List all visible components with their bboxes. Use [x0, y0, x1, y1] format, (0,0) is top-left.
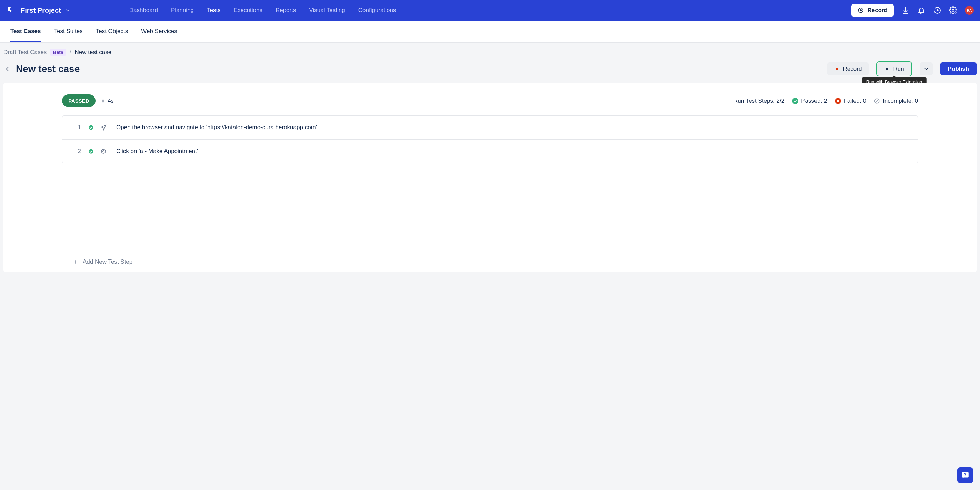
- duration-label: 4s: [108, 98, 114, 104]
- nav-visual-testing[interactable]: Visual Testing: [309, 7, 345, 14]
- plus-icon: [72, 259, 78, 265]
- svg-marker-6: [886, 67, 889, 71]
- bell-icon[interactable]: [917, 6, 926, 14]
- step-row[interactable]: 2 Click on 'a - Make Appointment': [62, 140, 918, 163]
- svg-line-10: [875, 99, 879, 103]
- svg-point-12: [89, 149, 94, 154]
- page-header: Draft Test Cases Beta / New test case Ne…: [0, 43, 980, 83]
- page-title: New test case: [16, 63, 80, 75]
- step-row[interactable]: 1 Open the browser and navigate to 'http…: [62, 116, 918, 140]
- stat-failed: Failed: 0: [835, 98, 866, 105]
- gear-icon[interactable]: [949, 6, 957, 14]
- step-number: 2: [73, 148, 81, 155]
- top-nav-links: Dashboard Planning Tests Executions Repo…: [129, 7, 396, 14]
- user-avatar[interactable]: RA: [965, 6, 974, 15]
- nav-executions[interactable]: Executions: [234, 7, 262, 14]
- stat-run-steps: Run Test Steps: 2/2: [733, 98, 784, 105]
- step-status-icon: [88, 124, 94, 131]
- breadcrumb-current: New test case: [75, 49, 111, 56]
- add-step-label: Add New Test Step: [83, 258, 132, 265]
- stat-failed-label: Failed: 0: [844, 98, 866, 105]
- x-circle-icon: [835, 98, 841, 104]
- tab-test-objects[interactable]: Test Objects: [96, 21, 128, 42]
- history-icon[interactable]: [933, 6, 941, 14]
- nav-tests[interactable]: Tests: [207, 7, 221, 14]
- app-logo-icon: [6, 6, 16, 15]
- svg-point-1: [860, 9, 862, 11]
- breadcrumb-draft[interactable]: Draft Test Cases: [3, 49, 46, 56]
- check-circle-icon: [792, 98, 798, 104]
- main-card: PASSED 4s Run Test Steps: 2/2 Passed: 2 …: [3, 83, 977, 272]
- duration: 4s: [100, 98, 114, 104]
- topnav-record-label: Record: [867, 7, 888, 14]
- stat-passed-label: Passed: 2: [801, 98, 827, 105]
- svg-point-5: [835, 68, 838, 70]
- add-step-button[interactable]: Add New Test Step: [72, 258, 132, 265]
- breadcrumb: Draft Test Cases Beta / New test case: [3, 49, 977, 56]
- step-status-icon: [88, 148, 94, 154]
- publish-button[interactable]: Publish: [940, 62, 977, 76]
- stat-passed: Passed: 2: [792, 98, 827, 105]
- action-record-button[interactable]: Record: [827, 62, 869, 76]
- svg-point-11: [89, 125, 94, 130]
- stat-incomplete: Incomplete: 0: [874, 98, 918, 105]
- project-chevron-icon[interactable]: [64, 7, 71, 13]
- back-arrow-icon[interactable]: [3, 65, 11, 73]
- action-run-label: Run: [893, 65, 904, 72]
- nav-configurations[interactable]: Configurations: [358, 7, 396, 14]
- top-nav: First Project Dashboard Planning Tests E…: [0, 0, 980, 21]
- click-target-icon: [100, 148, 107, 154]
- project-name[interactable]: First Project: [21, 6, 61, 14]
- tab-test-cases[interactable]: Test Cases: [10, 21, 41, 42]
- nav-reports[interactable]: Reports: [275, 7, 296, 14]
- ban-icon: [874, 98, 880, 104]
- hourglass-icon: [100, 98, 106, 104]
- run-dropdown-button[interactable]: [920, 62, 933, 76]
- breadcrumb-sep: /: [70, 49, 72, 56]
- svg-point-14: [103, 151, 105, 152]
- svg-point-13: [101, 149, 105, 153]
- action-record-label: Record: [843, 65, 862, 72]
- step-text[interactable]: Click on 'a - Make Appointment': [116, 148, 907, 155]
- topnav-record-button[interactable]: Record: [851, 4, 894, 17]
- stat-incomplete-label: Incomplete: 0: [883, 98, 918, 105]
- run-button-highlight: Run: [876, 61, 912, 76]
- summary-row: PASSED 4s Run Test Steps: 2/2 Passed: 2 …: [3, 94, 977, 116]
- download-icon[interactable]: [901, 6, 910, 14]
- nav-dashboard[interactable]: Dashboard: [129, 7, 158, 14]
- sub-tabs: Test Cases Test Suites Test Objects Web …: [0, 21, 980, 43]
- beta-badge: Beta: [50, 49, 66, 56]
- svg-point-2: [952, 9, 954, 11]
- status-badge: PASSED: [62, 94, 95, 107]
- action-run-button[interactable]: Run: [877, 62, 911, 76]
- step-number: 1: [73, 124, 81, 131]
- tab-web-services[interactable]: Web Services: [141, 21, 177, 42]
- steps-table: 1 Open the browser and navigate to 'http…: [62, 116, 918, 163]
- navigate-icon: [100, 124, 107, 131]
- nav-planning[interactable]: Planning: [171, 7, 194, 14]
- avatar-initials: RA: [967, 9, 972, 13]
- step-text[interactable]: Open the browser and navigate to 'https:…: [116, 124, 907, 131]
- tab-test-suites[interactable]: Test Suites: [54, 21, 83, 42]
